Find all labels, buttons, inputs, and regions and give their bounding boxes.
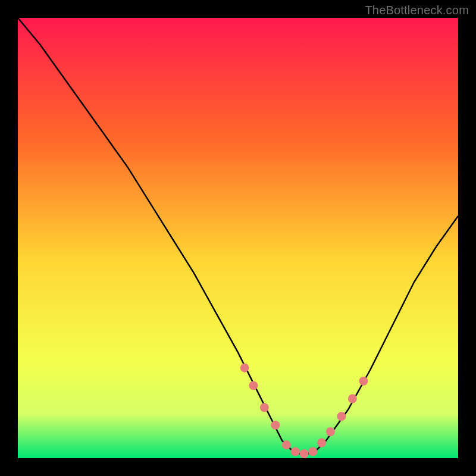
chart-stage: TheBottleneck.com bbox=[0, 0, 476, 476]
marker-point bbox=[300, 449, 309, 458]
plot-area bbox=[18, 18, 458, 458]
marker-point bbox=[271, 421, 280, 430]
marker-point bbox=[240, 364, 249, 372]
marker-point bbox=[260, 403, 269, 412]
marker-point bbox=[291, 447, 300, 456]
marker-point bbox=[359, 377, 368, 386]
sweet-spot-markers bbox=[240, 364, 368, 458]
marker-point bbox=[308, 447, 317, 456]
attribution-text: TheBottleneck.com bbox=[365, 4, 469, 17]
bottleneck-curve bbox=[18, 18, 458, 454]
marker-point bbox=[348, 394, 357, 403]
curve-layer bbox=[18, 18, 458, 458]
marker-point bbox=[337, 412, 346, 421]
marker-point bbox=[282, 440, 291, 449]
marker-point bbox=[249, 381, 258, 390]
marker-point bbox=[326, 427, 335, 436]
marker-point bbox=[317, 439, 326, 447]
